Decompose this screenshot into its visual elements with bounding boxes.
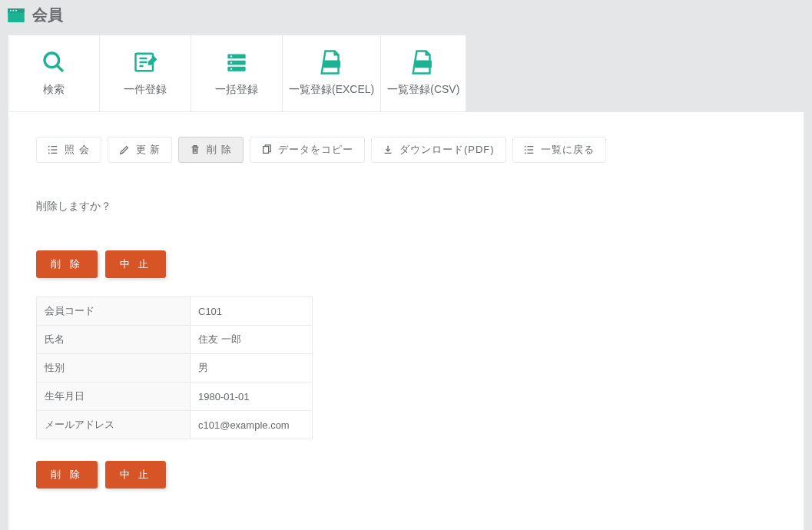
svg-point-23	[48, 149, 50, 151]
confirm-delete-button[interactable]: 削 除	[36, 461, 98, 489]
pencil-icon	[119, 144, 130, 155]
tab-list-register-excel[interactable]: XLS 一覧登録(EXCEL)	[282, 35, 381, 111]
toolbar: 照 会 更 新 削 除	[36, 137, 776, 163]
page-title: 会員	[32, 5, 63, 25]
button-label: 更 新	[136, 143, 161, 157]
view-button[interactable]: 照 会	[36, 137, 101, 163]
tab-label: 検索	[43, 83, 65, 97]
search-icon	[38, 51, 69, 74]
table-row: メールアドレスc101@example.com	[37, 411, 313, 439]
list-icon	[48, 144, 58, 155]
action-row-top: 削 除 中 止	[36, 250, 776, 278]
download-button[interactable]: ダウンロード(PDF)	[371, 137, 506, 163]
svg-point-15	[230, 61, 232, 63]
svg-point-2	[10, 9, 12, 11]
svg-rect-29	[263, 147, 269, 154]
field-value: 1980-01-01	[191, 383, 313, 411]
tab-bulk-register[interactable]: 一括登録	[191, 35, 283, 111]
svg-text:CSV: CSV	[418, 60, 429, 67]
file-csv-icon: CSV	[408, 51, 439, 74]
cancel-button[interactable]: 中 止	[105, 461, 167, 489]
table-row: 生年月日1980-01-01	[37, 383, 313, 411]
field-value: c101@example.com	[191, 411, 313, 439]
tab-bar: 検索 一件登録 一括登録	[8, 35, 812, 111]
svg-text:XLS: XLS	[326, 60, 337, 67]
svg-point-3	[12, 9, 14, 11]
page-header: 会員	[0, 0, 812, 35]
download-icon	[383, 144, 393, 155]
field-label: メールアドレス	[37, 411, 191, 439]
tab-search[interactable]: 検索	[8, 35, 100, 111]
button-label: 照 会	[65, 143, 90, 157]
field-label: 性別	[37, 354, 191, 383]
delete-button[interactable]: 削 除	[178, 137, 244, 163]
update-button[interactable]: 更 新	[108, 137, 173, 163]
table-row: 性別男	[37, 354, 313, 383]
svg-point-16	[230, 68, 232, 69]
field-label: 生年月日	[37, 383, 191, 411]
back-button[interactable]: 一覧に戻る	[512, 137, 606, 163]
tab-label: 一括登録	[215, 83, 258, 97]
copy-button[interactable]: データをコピー	[250, 137, 365, 163]
svg-point-4	[15, 9, 17, 11]
window-icon	[8, 8, 25, 22]
svg-point-25	[48, 153, 50, 154]
field-label: 会員コード	[37, 297, 191, 326]
tab-single-register[interactable]: 一件登録	[99, 35, 191, 111]
action-row-bottom: 削 除 中 止	[36, 461, 776, 489]
list-icon	[524, 144, 535, 155]
svg-point-5	[45, 53, 59, 68]
trash-icon	[190, 144, 201, 155]
table-row: 氏名住友 一郎	[37, 326, 313, 354]
svg-point-14	[230, 55, 232, 57]
svg-line-6	[57, 65, 63, 71]
tab-label: 一件登録	[124, 83, 167, 97]
svg-point-34	[524, 153, 525, 154]
table-row: 会員コードC101	[37, 297, 313, 326]
field-value: 住友 一郎	[191, 326, 313, 354]
record-detail-table: 会員コードC101氏名住友 一郎性別男生年月日1980-01-01メールアドレス…	[36, 296, 313, 439]
file-xls-icon: XLS	[317, 51, 347, 74]
field-value: C101	[191, 297, 313, 326]
svg-point-21	[48, 146, 50, 147]
content-panel: 照 会 更 新 削 除	[8, 111, 804, 530]
button-label: ダウンロード(PDF)	[399, 143, 495, 157]
button-label: データをコピー	[278, 143, 353, 157]
field-label: 氏名	[37, 326, 191, 354]
button-label: 一覧に戻る	[541, 143, 595, 157]
tab-label: 一覧登録(EXCEL)	[289, 83, 374, 97]
edit-icon	[130, 51, 161, 74]
button-label: 削 除	[207, 143, 232, 157]
svg-point-32	[524, 149, 525, 151]
field-value: 男	[191, 354, 313, 383]
confirm-prompt: 削除しますか？	[36, 200, 776, 214]
svg-point-30	[524, 146, 525, 147]
tab-list-register-csv[interactable]: CSV 一覧登録(CSV)	[380, 35, 466, 111]
tab-label: 一覧登録(CSV)	[387, 83, 459, 97]
confirm-delete-button[interactable]: 削 除	[36, 250, 98, 278]
stack-icon	[221, 51, 252, 74]
copy-icon	[261, 144, 272, 155]
cancel-button[interactable]: 中 止	[105, 250, 167, 278]
